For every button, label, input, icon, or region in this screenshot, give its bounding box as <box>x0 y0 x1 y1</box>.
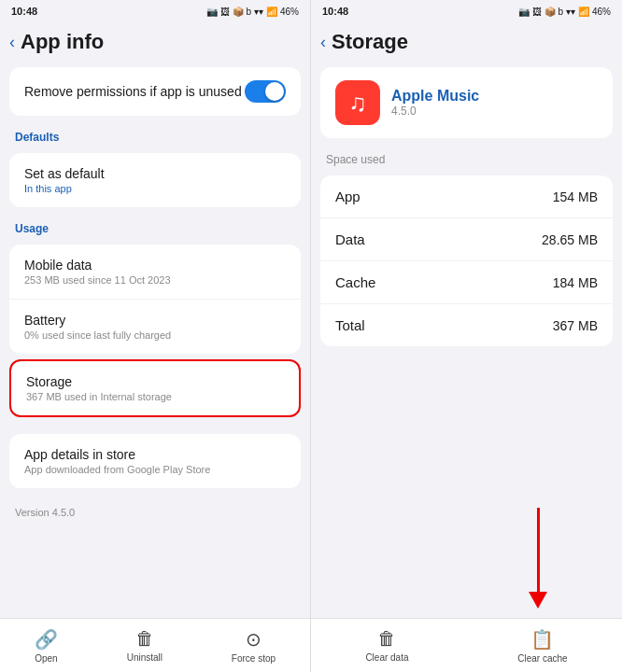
clear-cache-button[interactable]: 📋 Clear cache <box>517 628 567 664</box>
storage-item-data: Data 28.65 MB <box>320 218 613 261</box>
page-title-right: Storage <box>332 30 408 54</box>
left-content: Remove permissions if app is unused Defa… <box>0 62 310 672</box>
storage-value-data: 28.65 MB <box>542 232 598 247</box>
permissions-row[interactable]: Remove permissions if app is unused <box>9 67 301 116</box>
set-default-row[interactable]: Set as default In this app <box>9 153 301 207</box>
version-label: Version 4.5.0 <box>15 507 75 518</box>
page-title-left: App info <box>21 30 104 54</box>
signal-icon-right: 📶 <box>578 7 589 17</box>
store-card: App details in store App downloaded from… <box>9 434 301 488</box>
defaults-section-label: Defaults <box>0 121 310 147</box>
clear-data-label: Clear data <box>365 652 408 663</box>
toggle-knob <box>265 82 284 101</box>
bottom-bar-right: 🗑 Clear data 📋 Clear cache <box>311 618 622 672</box>
app-name: Apple Music <box>391 88 479 105</box>
storage-label-app: App <box>335 189 360 204</box>
arrow-head <box>529 592 547 609</box>
uninstall-label: Uninstall <box>127 652 163 663</box>
music-icon: ♫ <box>348 89 367 118</box>
storage-value-cache: 184 MB <box>553 275 598 290</box>
battery-row[interactable]: Battery 0% used since last fully charged <box>9 300 301 354</box>
notification-icons: 📷 🖼 📦 b <box>206 7 251 17</box>
app-info-row: ♫ Apple Music 4.5.0 <box>320 67 613 138</box>
set-default-sub: In this app <box>24 183 105 194</box>
storage-card-highlighted[interactable]: Storage 367 MB used in Internal storage <box>9 359 301 417</box>
store-row[interactable]: App details in store App downloaded from… <box>9 434 301 488</box>
app-icon: ♫ <box>335 80 380 125</box>
permissions-toggle[interactable] <box>245 80 286 103</box>
open-icon: 🔗 <box>35 628 58 651</box>
storage-sub: 367 MB used in Internal storage <box>26 391 172 402</box>
open-button[interactable]: 🔗 Open <box>35 628 58 664</box>
battery-sub: 0% used since last fully charged <box>24 329 171 341</box>
back-button-left[interactable]: ‹ <box>9 33 15 52</box>
set-default-label: Set as default <box>24 166 105 181</box>
storage-label-total: Total <box>335 317 365 333</box>
clear-cache-label: Clear cache <box>517 653 567 664</box>
divider-1 <box>0 423 310 428</box>
notification-icons-right: 📷 🖼 📦 b <box>518 7 563 17</box>
usage-section-label: Usage <box>0 213 310 239</box>
wifi-icon-right: ▾▾ <box>566 7 575 17</box>
wifi-icon: ▾▾ <box>254 7 263 17</box>
back-button-right[interactable]: ‹ <box>320 33 326 52</box>
clear-cache-icon: 📋 <box>530 628 554 651</box>
usage-card: Mobile data 253 MB used since 11 Oct 202… <box>9 245 301 354</box>
uninstall-button[interactable]: 🗑 Uninstall <box>127 628 163 663</box>
bottom-bar-left: 🔗 Open 🗑 Uninstall ⊙ Force stop <box>0 618 310 672</box>
store-sub: App downloaded from Google Play Store <box>24 464 210 475</box>
clear-data-button[interactable]: 🗑 Clear data <box>365 628 408 663</box>
mobile-data-row[interactable]: Mobile data 253 MB used since 11 Oct 202… <box>9 245 301 300</box>
force-stop-label: Force stop <box>232 653 276 664</box>
mobile-data-label: Mobile data <box>24 258 171 273</box>
storage-label: Storage <box>26 374 172 389</box>
storage-item-app: App 154 MB <box>320 175 613 218</box>
permissions-label: Remove permissions if app is unused <box>24 84 242 99</box>
storage-row[interactable]: Storage 367 MB used in Internal storage <box>11 361 299 415</box>
storage-item-total: Total 367 MB <box>320 304 613 346</box>
defaults-card: Set as default In this app <box>9 153 301 207</box>
app-info-header: ‹ App info <box>0 22 310 62</box>
space-used-label: Space used <box>311 144 622 170</box>
storage-header: ‹ Storage <box>311 22 622 62</box>
storage-item-cache: Cache 184 MB <box>320 261 613 304</box>
store-label: App details in store <box>24 447 210 462</box>
signal-icon: 📶 <box>266 7 277 17</box>
mobile-data-sub: 253 MB used since 11 Oct 2023 <box>24 274 171 286</box>
permissions-card: Remove permissions if app is unused <box>9 67 301 116</box>
force-stop-button[interactable]: ⊙ Force stop <box>232 628 276 664</box>
time-right: 10:48 <box>322 6 348 17</box>
status-icons-left: 📷 🖼 📦 b ▾▾ 📶 46% <box>206 7 299 17</box>
arrow-indicator <box>529 508 547 609</box>
clear-data-icon: 🗑 <box>377 628 396 650</box>
status-icons-right: 📷 🖼 📦 b ▾▾ 📶 46% <box>518 7 611 17</box>
storage-label-data: Data <box>335 231 365 247</box>
app-version: 4.5.0 <box>391 105 479 118</box>
storage-list-card: App 154 MB Data 28.65 MB Cache 184 MB To… <box>320 175 613 346</box>
uninstall-icon: 🗑 <box>135 628 154 650</box>
battery-label: Battery <box>24 313 171 328</box>
open-label: Open <box>35 653 57 664</box>
status-bar-left: 10:48 📷 🖼 📦 b ▾▾ 📶 46% <box>0 0 310 22</box>
battery-left: 46% <box>280 7 299 17</box>
status-bar-right: 10:48 📷 🖼 📦 b ▾▾ 📶 46% <box>311 0 622 22</box>
arrow-line <box>537 508 540 592</box>
storage-value-app: 154 MB <box>553 189 598 204</box>
left-panel: 10:48 📷 🖼 📦 b ▾▾ 📶 46% ‹ App info Remove… <box>0 0 311 672</box>
right-panel: 10:48 📷 🖼 📦 b ▾▾ 📶 46% ‹ Storage ♫ Apple… <box>311 0 622 672</box>
time-left: 10:48 <box>11 6 37 17</box>
storage-value-total: 367 MB <box>553 318 598 333</box>
storage-label-cache: Cache <box>335 274 375 290</box>
force-stop-icon: ⊙ <box>246 628 262 651</box>
battery-right: 46% <box>592 7 611 17</box>
